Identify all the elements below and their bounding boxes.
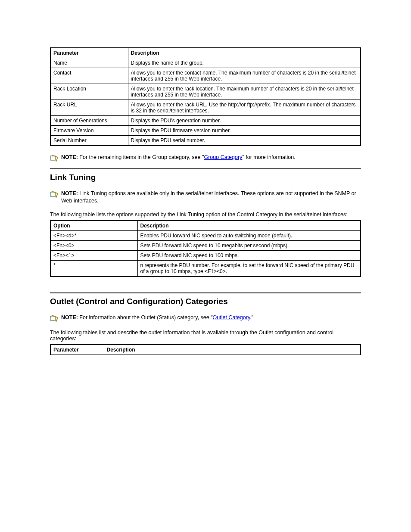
t3-header-1: Description — [104, 345, 361, 355]
note-icon — [50, 155, 61, 162]
outlet-table: Parameter Description — [50, 344, 361, 355]
note-label: NOTE: — [61, 314, 78, 320]
intro-text-3: The following tables list and describe t… — [50, 330, 361, 342]
note-icon — [50, 315, 61, 323]
t1-header-1: Description — [128, 48, 361, 58]
group-category-link[interactable]: Group Category — [204, 154, 242, 160]
table-row: Serial NumberDisplays the PDU serial num… — [50, 136, 361, 146]
note-3: NOTE: For information about the Outlet (… — [50, 314, 361, 323]
table-row: <Fn><1>Sets PDU forward NIC speed to 100… — [50, 250, 361, 260]
t2-header-0: Option — [50, 221, 137, 231]
note-icon — [50, 191, 61, 199]
note-2: NOTE: Link Tuning options are available … — [50, 190, 361, 205]
table-row: Rack URLAllows you to enter the rack URL… — [50, 100, 361, 116]
table-row: Rack LocationAllows you to enter the rac… — [50, 84, 361, 100]
t1-header-0: Parameter — [50, 48, 128, 58]
table-row: Firmware VersionDisplays the PDU firmwar… — [50, 126, 361, 136]
note-label: NOTE: — [61, 154, 78, 160]
link-tuning-table: Option Description <Fn><d>*Enables PDU f… — [50, 220, 361, 277]
table-row: NameDisplays the name of the group. — [50, 58, 361, 68]
divider — [50, 168, 361, 169]
note-1: NOTE: For the remaining items in the Gro… — [50, 154, 361, 162]
t3-header-0: Parameter — [50, 345, 104, 355]
parameter-table-1: Parameter Description NameDisplays the n… — [50, 47, 361, 146]
outlet-category-link[interactable]: Outlet Category — [213, 314, 250, 320]
section-title-link-tuning: Link Tuning — [50, 173, 361, 182]
table-row: Number of GenerationsDisplays the PDU's … — [50, 116, 361, 126]
intro-text-2: The following table lists the options su… — [50, 212, 361, 218]
section-title-outlet: Outlet (Control and Configuration) Categ… — [50, 297, 361, 306]
note-label: NOTE: — [61, 190, 78, 196]
table-row: <Fn><0>Sets PDU forward NIC speed to 10 … — [50, 240, 361, 250]
table-row: ContactAllows you to enter the contact n… — [50, 68, 361, 84]
t2-header-1: Description — [137, 221, 361, 231]
table-row: <Fn><d>*Enables PDU forward NIC speed to… — [50, 230, 361, 240]
table-row: *n represents the PDU number. For exampl… — [50, 260, 361, 277]
divider — [50, 292, 361, 293]
